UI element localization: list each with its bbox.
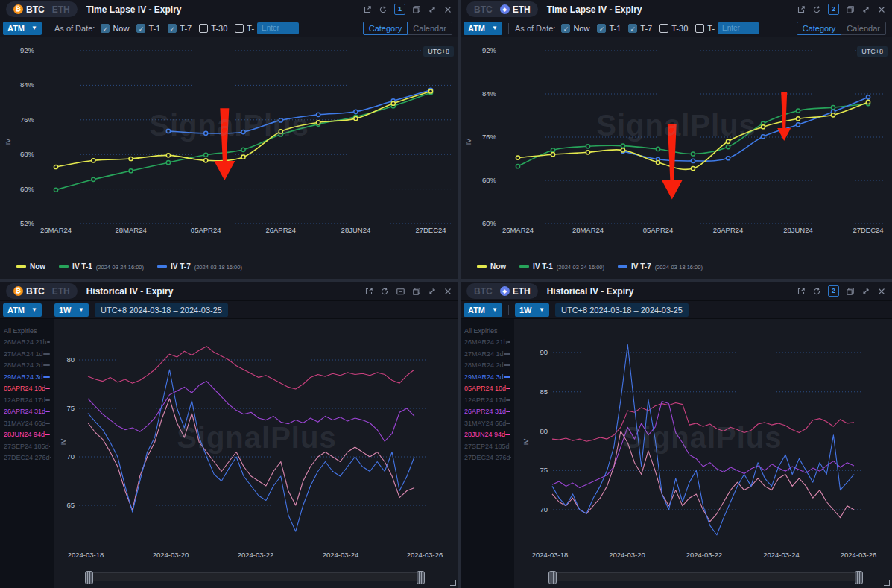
checkbox-now[interactable]: ✓Now: [101, 24, 129, 33]
checkbox-t-1[interactable]: ✓T-1: [597, 24, 621, 33]
timelapse-chart[interactable]: 92%84%76%68%60%52%IV26MAR2428MAR2405APR2…: [0, 37, 458, 246]
checkbox-t-30[interactable]: T-30: [659, 24, 688, 33]
expiry-item[interactable]: 05APR24 10d: [461, 383, 514, 395]
checkbox-unchecked-icon[interactable]: [695, 24, 704, 33]
duplicate-icon[interactable]: [846, 287, 855, 296]
open-in-new-icon[interactable]: [797, 5, 806, 14]
time-range-slider[interactable]: [548, 572, 863, 581]
historical-chart[interactable]: 80757065IV2024-03-182024-03-202024-03-22…: [0, 319, 458, 565]
duplicate-icon[interactable]: [412, 5, 421, 14]
expiry-item[interactable]: 27DEC24 276d: [461, 452, 514, 464]
period-select[interactable]: 1W▼: [515, 303, 549, 317]
strike-select[interactable]: ATM▼: [3, 22, 42, 35]
resize-handle[interactable]: [884, 580, 890, 586]
checkbox-t-1[interactable]: ✓T-1: [136, 24, 160, 33]
checkbox-unchecked-icon[interactable]: [199, 24, 208, 33]
period-select[interactable]: 1W▼: [54, 303, 89, 317]
window-index-badge[interactable]: 1: [394, 4, 405, 15]
legend-item[interactable]: Now: [16, 262, 45, 271]
expiry-item[interactable]: 12APR24 17d: [461, 394, 514, 406]
tab-category[interactable]: Category: [797, 22, 842, 35]
slider-handle-right[interactable]: [417, 571, 425, 584]
close-icon[interactable]: [877, 5, 886, 14]
strike-select[interactable]: ATM▼: [464, 22, 502, 35]
refresh-icon[interactable]: [812, 287, 821, 296]
checkbox-checked-icon[interactable]: ✓: [136, 24, 145, 33]
checkbox-t-[interactable]: T-: [695, 24, 715, 33]
expiry-item[interactable]: 28MAR24 2d: [461, 360, 514, 372]
checkbox-checked-icon[interactable]: ✓: [168, 24, 177, 33]
expiry-item[interactable]: 28MAR24 2d: [0, 360, 54, 372]
expiry-item[interactable]: 27SEP24 185d: [0, 440, 54, 452]
checkbox-t-[interactable]: T-: [235, 24, 254, 33]
refresh-icon[interactable]: [380, 287, 389, 296]
checkbox-checked-icon[interactable]: ✓: [561, 24, 570, 33]
checkbox-t-7[interactable]: ✓T-7: [628, 24, 652, 33]
expiry-item[interactable]: 05APR24 10d: [0, 383, 54, 395]
expiry-item[interactable]: 26MAR24 21h: [461, 337, 514, 349]
expand-icon[interactable]: [861, 5, 870, 14]
tab-btc[interactable]: ₿ BTC: [13, 286, 45, 297]
legend-item[interactable]: Now: [477, 262, 506, 271]
expiry-item[interactable]: 29MAR24 3d: [0, 371, 54, 383]
tab-btc[interactable]: BTC: [474, 286, 493, 297]
checkbox-checked-icon[interactable]: ✓: [597, 24, 606, 33]
expiry-item[interactable]: 27DEC24 276d: [0, 452, 54, 464]
expiry-item[interactable]: 27MAR24 1d: [0, 348, 54, 360]
checkbox-checked-icon[interactable]: ✓: [101, 24, 110, 33]
expand-icon[interactable]: [861, 287, 870, 296]
custom-date-input[interactable]: Enter: [718, 22, 759, 34]
close-icon[interactable]: [443, 5, 452, 14]
timelapse-chart[interactable]: 92%84%76%68%60%IV26MAR2428MAR2405APR2426…: [461, 37, 892, 246]
expiry-item[interactable]: 26MAR24 21h: [0, 337, 54, 349]
date-range-picker[interactable]: UTC+8 2024-03-18 – 2024-03-25: [555, 303, 689, 317]
folder-minus-icon[interactable]: [396, 287, 405, 296]
tab-category[interactable]: Category: [363, 22, 408, 35]
expiry-item[interactable]: 27SEP24 185d: [461, 440, 514, 452]
open-in-new-icon[interactable]: [363, 5, 372, 14]
checkbox-checked-icon[interactable]: ✓: [628, 24, 637, 33]
expiry-item[interactable]: 29MAR24 3d: [461, 371, 514, 383]
duplicate-icon[interactable]: [412, 287, 421, 296]
date-range-picker[interactable]: UTC+8 2024-03-18 – 2024-03-25: [95, 303, 228, 317]
tab-calendar[interactable]: Calendar: [408, 22, 452, 35]
close-icon[interactable]: [877, 287, 886, 296]
expiry-item[interactable]: 26APR24 31d: [0, 406, 54, 418]
slider-handle-right[interactable]: [855, 571, 863, 584]
tab-calendar[interactable]: Calendar: [841, 22, 886, 35]
expiry-item[interactable]: 28JUN24 94d: [461, 429, 514, 441]
tab-eth[interactable]: ETH: [52, 4, 70, 15]
open-in-new-icon[interactable]: [364, 287, 373, 296]
checkbox-unchecked-icon[interactable]: [235, 24, 244, 33]
historical-chart[interactable]: 9085807570IV2024-03-182024-03-202024-03-…: [461, 319, 892, 565]
legend-item[interactable]: IV T-7(2024-03-18 16:00): [618, 262, 703, 271]
expand-icon[interactable]: [428, 287, 437, 296]
strike-select[interactable]: ATM▼: [3, 303, 42, 317]
checkbox-t-7[interactable]: ✓T-7: [168, 24, 192, 33]
duplicate-icon[interactable]: [846, 5, 855, 14]
strike-select[interactable]: ATM▼: [464, 303, 502, 317]
tab-eth[interactable]: ◆ ETH: [500, 4, 531, 15]
tab-btc[interactable]: ₿ BTC: [13, 4, 45, 15]
close-icon[interactable]: [443, 287, 452, 296]
expiry-item[interactable]: 26APR24 31d: [461, 406, 514, 418]
slider-handle-left[interactable]: [85, 571, 93, 584]
custom-date-input[interactable]: Enter: [257, 22, 299, 34]
resize-handle[interactable]: [450, 580, 456, 586]
expiry-item[interactable]: 31MAY24 66d: [0, 417, 54, 429]
expiry-item[interactable]: 28JUN24 94d: [0, 429, 54, 441]
expiry-item[interactable]: 12APR24 17d: [0, 394, 54, 406]
checkbox-now[interactable]: ✓Now: [561, 24, 589, 33]
refresh-icon[interactable]: [379, 5, 388, 14]
tab-btc[interactable]: BTC: [474, 4, 493, 15]
open-in-new-icon[interactable]: [797, 287, 806, 296]
expiry-item[interactable]: 27MAR24 1d: [461, 348, 514, 360]
time-range-slider[interactable]: [85, 572, 425, 581]
tab-eth[interactable]: ETH: [52, 286, 70, 297]
legend-item[interactable]: IV T-1(2024-03-24 16:00): [59, 262, 144, 271]
window-index-badge[interactable]: 2: [828, 285, 839, 297]
refresh-icon[interactable]: [812, 5, 821, 14]
tab-eth[interactable]: ◆ ETH: [500, 286, 531, 297]
expand-icon[interactable]: [428, 5, 437, 14]
legend-item[interactable]: IV T-1(2024-03-24 16:00): [519, 262, 604, 271]
